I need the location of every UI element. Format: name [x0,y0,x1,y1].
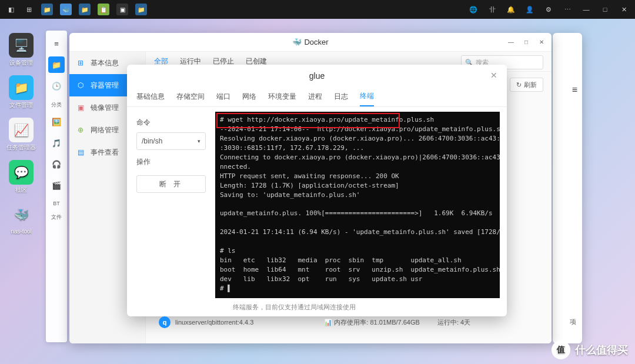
desktop-icon-files[interactable]: 📁文件管理 [4,75,39,109]
rail-audio[interactable]: 🎧 [48,156,65,172]
glue-tab-storage[interactable]: 存储空间 [176,87,205,106]
rail-images[interactable]: 🖼️ [48,113,65,130]
docker-max-button[interactable]: □ [520,37,533,48]
gear-icon[interactable]: ⚙ [543,4,554,15]
glue-title: glue [309,71,325,81]
file-manager-rail: ≡ 📁 🕒 分类 🖼️ 🎵 🎧 🎬 BT 文件 [46,31,67,342]
grid-icon[interactable]: ⊞ [24,4,34,15]
rail-file-label: 文件 [51,213,62,221]
glue-titlebar: glue ✕ [127,65,507,87]
container-row[interactable]: q linuxserver/qbittorrent:4.4.3 📊 内存使用率:… [159,314,500,330]
user-icon[interactable]: 👤 [524,4,535,15]
glue-close-button[interactable]: ✕ [490,71,501,81]
glue-tabs: 基础信息 存储空间 端口 网络 环境变量 进程 日志 终端 [127,87,507,107]
watermark-text: 什么值得买 [575,343,628,357]
hamburger-icon[interactable]: ≡ [572,85,577,95]
taskbar-app-4[interactable]: 📋 [98,4,109,15]
item-tail: 项 [570,318,576,326]
runtime-status: 运行中: 4天 [437,318,470,327]
docker-min-button[interactable]: — [504,37,517,48]
cmd-label: 命令 [136,118,206,128]
system-topbar: ◧ ⊞ 📁 🐳 📁 📋 ▣ 📁 🌐 卝 🔔 👤 ⚙ ⋯ — □ ✕ [0,0,635,19]
glue-side-panel: 命令 /bin/sh▾ 操作 断 开 [127,107,215,300]
rail-recent[interactable]: 🕒 [48,78,65,94]
desktop-icons: 🖥️设备管理 📁文件管理 📈任务管理器 💬社区 🐳nas-tool [4,33,39,235]
window-close-icon[interactable]: ✕ [619,4,629,15]
apps-icon[interactable]: ◧ [6,4,16,15]
glue-tab-log[interactable]: 日志 [334,87,348,106]
watermark: 值 什么值得买 [552,340,628,359]
desktop-icon-community[interactable]: 💬社区 [4,160,39,194]
rail-folder[interactable]: 📁 [48,56,65,73]
bell-icon[interactable]: 🔔 [506,4,516,15]
rail-category-label: 分类 [51,101,62,109]
taskbar-app-3[interactable]: 📁 [79,4,91,15]
background-window [553,33,582,343]
terminal-output[interactable]: # wget http://docker.xiaoya.pro/update_m… [215,112,500,298]
docker-icon: 🐳 [292,38,302,46]
watermark-badge: 值 [552,340,570,359]
glue-tab-port[interactable]: 端口 [216,87,230,106]
refresh-button[interactable]: ↻刷新 [510,78,543,92]
highlight-box [216,113,400,128]
rail-video[interactable]: 🎬 [48,177,65,193]
desktop-icon-task[interactable]: 📈任务管理器 [4,118,39,152]
sliders-icon[interactable]: 卝 [487,4,497,15]
image-name: linuxserver/qbittorrent:4.4.3 [175,319,253,326]
glue-tab-basic[interactable]: 基础信息 [136,87,165,106]
glue-tab-process[interactable]: 进程 [308,87,322,106]
taskbar-app-6[interactable]: 📁 [135,4,147,15]
memory-usage: 📊 内存使用率: 81.01MB/7.64GB [324,318,420,327]
desktop-icon-device[interactable]: 🖥️设备管理 [4,33,39,67]
more-icon[interactable]: ⋯ [562,4,573,15]
glue-tab-terminal[interactable]: 终端 [360,87,374,106]
docker-close-button[interactable]: ✕ [535,37,548,48]
docker-title: Docker [304,38,328,46]
globe-icon[interactable]: 🌐 [468,4,479,15]
rail-bt-label: BT [53,201,60,206]
chevron-down-icon: ▾ [198,138,200,144]
rail-music[interactable]: 🎵 [48,135,65,151]
glue-modal: glue ✕ 基础信息 存储空间 端口 网络 环境变量 进程 日志 终端 命令 … [127,65,507,316]
desktop-icon-nastool[interactable]: 🐳nas-tool [4,202,39,235]
docker-titlebar: 🐳 Docker — □ ✕ [69,33,552,52]
taskbar-app-1[interactable]: 📁 [41,4,53,15]
glue-tab-env[interactable]: 环境变量 [268,87,296,106]
taskbar-app-2[interactable]: 🐳 [60,4,72,15]
disconnect-button[interactable]: 断 开 [136,175,206,193]
rail-menu[interactable]: ≡ [48,35,65,52]
cmd-select[interactable]: /bin/sh▾ [136,132,206,150]
refresh-icon: ↻ [516,81,522,89]
window-max-icon[interactable]: □ [600,4,610,15]
taskbar-app-5[interactable]: ▣ [116,4,128,15]
qbittorrent-icon: q [159,316,171,328]
window-min-icon[interactable]: — [581,4,591,15]
glue-tab-network[interactable]: 网络 [242,87,256,106]
op-label: 操作 [136,157,206,167]
